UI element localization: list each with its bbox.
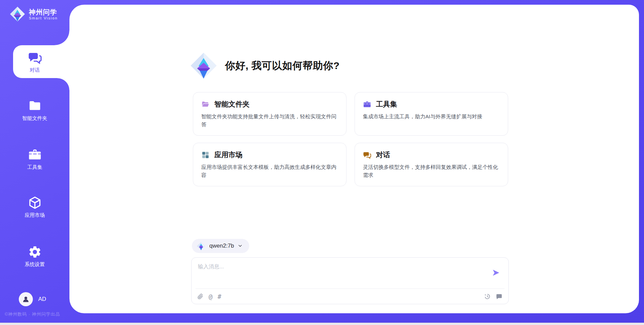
sidebar-item-settings[interactable]: 系统设置 bbox=[0, 245, 69, 268]
composer-divider bbox=[196, 288, 504, 289]
card-description: 智能文件夹功能支持批量文件上传与清洗，轻松实现文件问答 bbox=[201, 113, 338, 129]
toolbox-icon bbox=[28, 148, 42, 162]
apps-grid-icon bbox=[201, 151, 210, 159]
greeting-diamond-icon bbox=[190, 52, 218, 80]
user-profile[interactable]: AD bbox=[19, 292, 46, 306]
brand-logo: 神州问学 Smart Vision bbox=[9, 6, 58, 22]
toolbox-icon bbox=[363, 100, 371, 109]
sidebar-item-label: 对话 bbox=[30, 67, 40, 73]
card-title: 对话 bbox=[376, 150, 390, 159]
card-app-market[interactable]: 应用市场 应用市场提供丰富长文本模板，助力高效生成多样化文章内容 bbox=[193, 143, 346, 186]
model-logo-icon bbox=[197, 242, 206, 251]
card-title: 智能文件夹 bbox=[214, 100, 250, 109]
send-button[interactable] bbox=[491, 268, 500, 278]
folder-icon bbox=[28, 99, 42, 113]
gear-icon bbox=[28, 245, 42, 259]
cube-icon bbox=[28, 196, 42, 210]
message-input[interactable] bbox=[192, 258, 508, 284]
mention-button[interactable]: @ bbox=[209, 294, 212, 300]
card-description: 集成市场上主流工具，助力AI与外界无缝扩展与对接 bbox=[363, 113, 500, 121]
chat-bubbles-icon bbox=[363, 151, 371, 159]
conversations-button[interactable] bbox=[496, 293, 502, 300]
sidebar-item-label: 工具集 bbox=[27, 164, 42, 171]
brand-subtitle: Smart Vision bbox=[29, 16, 58, 20]
brand-diamond-icon bbox=[9, 6, 25, 22]
card-smart-folder[interactable]: 智能文件夹 智能文件夹功能支持批量文件上传与清洗，轻松实现文件问答 bbox=[193, 92, 346, 136]
main-panel: 你好, 我可以如何帮助你? 智能文件夹 智能文件夹功能支持批量文件上传与清洗，轻… bbox=[69, 5, 639, 313]
hashtag-button[interactable]: # bbox=[217, 294, 221, 300]
paperclip-icon bbox=[197, 293, 204, 300]
message-composer: @ # bbox=[191, 257, 509, 304]
chevron-down-icon bbox=[238, 244, 243, 248]
sidebar-item-label: 应用市场 bbox=[25, 212, 45, 218]
send-icon bbox=[491, 268, 500, 277]
folder-open-icon bbox=[201, 100, 210, 109]
sidebar-item-label: 智能文件夹 bbox=[22, 115, 47, 122]
card-description: 应用市场提供丰富长文本模板，助力高效生成多样化文章内容 bbox=[201, 163, 338, 179]
card-title: 应用市场 bbox=[214, 150, 243, 159]
sidebar-item-toolset[interactable]: 工具集 bbox=[0, 148, 69, 171]
greeting-text: 你好, 我可以如何帮助你? bbox=[225, 59, 340, 73]
app-window: 神州问学 Smart Vision 对话 智能文件夹 工具集 应用市场 系统设置 bbox=[0, 0, 644, 325]
sidebar-item-chat[interactable]: 对话 bbox=[0, 51, 69, 73]
model-name: qwen2:7b bbox=[209, 243, 234, 249]
attach-file-button[interactable] bbox=[197, 293, 204, 300]
user-name: AD bbox=[38, 296, 46, 303]
sidebar-item-smart-folder[interactable]: 智能文件夹 bbox=[0, 99, 69, 122]
greeting: 你好, 我可以如何帮助你? bbox=[190, 52, 340, 80]
history-clock-icon bbox=[484, 293, 491, 300]
sidebar: 神州问学 Smart Vision 对话 智能文件夹 工具集 应用市场 系统设置 bbox=[0, 0, 69, 325]
chat-solid-icon bbox=[496, 293, 502, 300]
sidebar-item-label: 系统设置 bbox=[25, 261, 45, 268]
history-button[interactable] bbox=[484, 293, 491, 300]
card-description: 灵活切换多模型文件，支持多样回复效果调试，满足个性化需求 bbox=[363, 163, 500, 179]
pill-flare-bottom bbox=[57, 78, 69, 90]
avatar bbox=[19, 292, 33, 306]
copyright-footer: ©神州数码 · 神州问学出品 bbox=[5, 311, 60, 317]
pill-flare-top bbox=[55, 30, 69, 45]
card-chat[interactable]: 对话 灵活切换多模型文件，支持多样回复效果调试，满足个性化需求 bbox=[355, 143, 508, 186]
window-bottom-edge bbox=[0, 323, 644, 325]
card-title: 工具集 bbox=[376, 100, 397, 109]
sidebar-item-app-market[interactable]: 应用市场 bbox=[0, 196, 69, 218]
card-toolset[interactable]: 工具集 集成市场上主流工具，助力AI与外界无缝扩展与对接 bbox=[355, 92, 508, 136]
chat-bubbles-icon bbox=[28, 51, 42, 65]
model-selector[interactable]: qwen2:7b bbox=[192, 239, 249, 253]
feature-cards: 智能文件夹 智能文件夹功能支持批量文件上传与清洗，轻松实现文件问答 工具集 集成… bbox=[193, 92, 509, 186]
person-icon bbox=[22, 295, 30, 303]
brand-title: 神州问学 bbox=[29, 8, 58, 16]
